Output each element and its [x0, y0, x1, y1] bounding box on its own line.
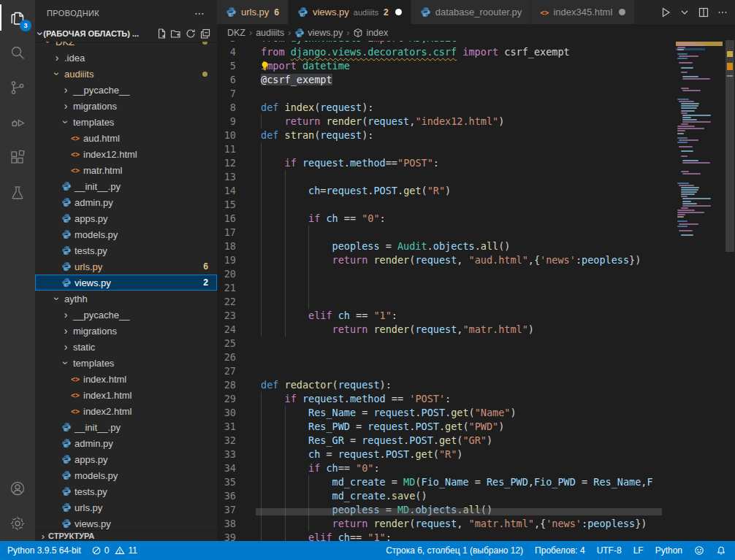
activity-settings[interactable]	[0, 506, 35, 541]
tree-item-audiiits[interactable]: ›audiiits	[35, 66, 217, 82]
tree-item-index1-html[interactable]: <>index1.html	[35, 387, 217, 403]
minimap-modified-marker	[727, 63, 733, 70]
tree-item-index2-html[interactable]: <>index2.html	[35, 403, 217, 419]
file-tree: ›DKZ›.idea›audiiits›__pycache__›migratio…	[35, 0, 217, 530]
tree-item-index12-html[interactable]: <>index12.html	[35, 146, 217, 162]
tree-item--pycache-[interactable]: ›__pycache__	[35, 307, 217, 323]
minimap-line	[682, 205, 710, 207]
html-file-icon: <>	[69, 150, 82, 158]
tree-item-templates[interactable]: ›templates	[35, 114, 217, 130]
minimap-line	[682, 162, 709, 164]
split-editor-icon[interactable]	[696, 4, 712, 20]
line-number: 21	[217, 281, 236, 295]
tree-item-urls-py[interactable]: urls.py	[35, 499, 217, 515]
indent-guide	[285, 170, 286, 337]
tree-item-migrations[interactable]: ›migrations	[35, 323, 217, 339]
git-modified-dot	[202, 72, 207, 77]
line-number: 28	[217, 378, 236, 392]
chevron-down-icon[interactable]	[677, 4, 693, 20]
new-folder-icon[interactable]	[169, 26, 183, 41]
minimap[interactable]	[676, 24, 725, 533]
tree-item-migrations[interactable]: ›migrations	[35, 98, 217, 114]
notifications-bell-icon[interactable]	[716, 545, 726, 556]
editor-actions	[658, 0, 731, 24]
status-bar: Python 3.9.5 64-bit 0 11 Строка 6, столб…	[0, 541, 735, 560]
horizontal-scrollbar[interactable]	[256, 508, 662, 515]
code-line-28: def redactor(request):	[261, 378, 392, 392]
tab-views-py[interactable]: views.pyaudiiits2	[289, 0, 411, 24]
more-icon[interactable]	[715, 4, 731, 20]
breadcrumb-dkz[interactable]: DKZ	[227, 28, 245, 38]
tree-item-static[interactable]: ›static	[35, 339, 217, 355]
refresh-icon[interactable]	[183, 26, 198, 41]
activity-explorer[interactable]: 3	[0, 0, 35, 35]
breadcrumb-index[interactable]: index	[353, 28, 388, 38]
tree-item-admin-py[interactable]: admin.py	[35, 435, 217, 451]
minimap-line	[677, 49, 684, 50]
tree-item-urls-py[interactable]: urls.py6	[35, 258, 217, 275]
tree-item-tests-py[interactable]: tests.py	[35, 242, 217, 258]
problems-indicator[interactable]: 0 11	[91, 545, 137, 556]
account-icon	[9, 480, 26, 497]
minimap-line	[681, 196, 688, 197]
chevron-right-icon: ›	[38, 531, 48, 542]
activity-source-control[interactable]	[0, 70, 35, 105]
search-icon	[9, 44, 26, 61]
status-eol[interactable]: LF	[633, 545, 644, 556]
tree-item-tests-py[interactable]: tests.py	[35, 483, 217, 499]
minimap-line	[677, 210, 695, 211]
tree-item-views-py[interactable]: views.py	[35, 515, 217, 532]
status-encoding[interactable]: UTF-8	[597, 545, 622, 556]
python-file-icon	[60, 197, 73, 207]
tree-item-apps-py[interactable]: apps.py	[35, 210, 217, 226]
scrollbar-thumb[interactable]	[726, 40, 734, 252]
status-indentation[interactable]: Пробелов: 4	[535, 545, 585, 556]
chevron-down-icon: ›	[51, 68, 63, 80]
activity-search[interactable]	[0, 35, 35, 70]
breadcrumb-views-py[interactable]: views.py	[294, 28, 343, 38]
status-language-mode[interactable]: Python	[655, 545, 682, 556]
feedback-icon[interactable]	[694, 545, 704, 556]
tree-item-models-py[interactable]: models.py	[35, 467, 217, 483]
tree-item-label: admin.py	[75, 197, 113, 208]
tree-item-views-py[interactable]: views.py2	[35, 275, 217, 291]
python-interpreter[interactable]: Python 3.9.5 64-bit	[7, 545, 81, 556]
code-editor[interactable]: 3from aythh.models import MD,Audit4from …	[217, 41, 725, 541]
tree-item--pycache-[interactable]: ›__pycache__	[35, 82, 217, 98]
status-cursor-position[interactable]: Строка 6, столбец 1 (выбрано 12)	[386, 545, 523, 556]
tree-item-index-html[interactable]: <>index.html	[35, 371, 217, 387]
vertical-scrollbar[interactable]	[725, 24, 735, 541]
code-line-9: return render(request,"index12.html")	[261, 115, 504, 129]
sidebar-more-icon[interactable]: ⋯	[194, 7, 205, 19]
breadcrumb-audiiits[interactable]: audiiits	[256, 28, 284, 38]
activity-run-debug[interactable]	[0, 105, 35, 140]
modified-dot-icon[interactable]	[395, 9, 402, 15]
tree-item--init-py[interactable]: __init__.py	[35, 178, 217, 194]
tree-item-templates[interactable]: ›templates	[35, 355, 217, 371]
tree-item-apps-py[interactable]: apps.py	[35, 451, 217, 467]
problems-badge: 6	[274, 7, 279, 18]
activity-testing[interactable]	[0, 175, 35, 210]
lightbulb-icon[interactable]	[259, 61, 270, 72]
tree-item--idea[interactable]: ›.idea	[35, 50, 217, 66]
minimap-line	[681, 88, 689, 89]
line-number: 27	[217, 364, 236, 378]
activity-account[interactable]	[0, 471, 35, 506]
new-file-icon[interactable]	[154, 26, 169, 41]
tree-item--init-py[interactable]: __init__.py	[35, 419, 217, 435]
collapse-all-icon[interactable]	[198, 26, 213, 41]
tree-item-admin-py[interactable]: admin.py	[35, 194, 217, 210]
tab-urls-py[interactable]: urls.py6	[217, 0, 289, 24]
tab-database-roouter-py[interactable]: database_roouter.py	[411, 0, 532, 24]
outline-section-header[interactable]: › СТРУКТУРА	[35, 530, 217, 541]
activity-extensions[interactable]	[0, 140, 35, 175]
workspace-section-header[interactable]: › (РАБОЧАЯ ОБЛАСТЬ) ...	[35, 26, 217, 42]
tree-item-aythh[interactable]: ›aythh	[35, 291, 217, 307]
modified-dot-icon[interactable]	[619, 9, 625, 15]
tree-item-models-py[interactable]: models.py	[35, 226, 217, 242]
tree-item-aud-html[interactable]: <>aud.html	[35, 130, 217, 146]
vscode-window: 3 ›DKZ›.idea›audiiits›__pycache__›migrat…	[0, 0, 735, 560]
play-icon[interactable]	[658, 4, 674, 20]
tree-item-matr-html[interactable]: <>matr.html	[35, 162, 217, 178]
tab-index345-html[interactable]: <>index345.html	[531, 0, 635, 24]
